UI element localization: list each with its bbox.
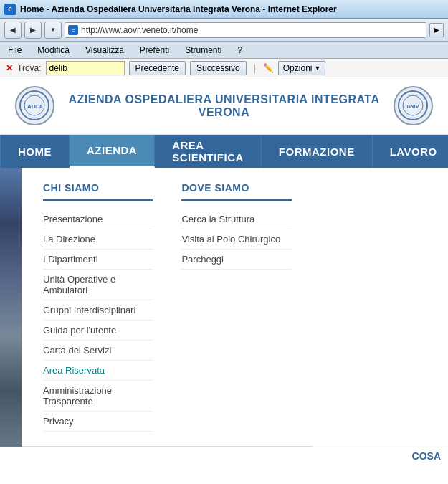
find-pencil-icon: ✏️ [263,63,274,73]
menu-help[interactable]: ? [236,44,245,56]
nav-bar: e http://www.aovr.veneto.it/home ▶ [0,19,448,42]
header-title: AZIENDA OSPEDALIERA UNIVERSITARIA INTEGR… [69,93,380,119]
find-input[interactable] [46,61,125,75]
svg-text:UNIV: UNIV [407,104,419,109]
find-separator: | [254,63,256,73]
cosa-bar: COSA [0,447,448,465]
logo-left: AOUI [15,86,54,125]
find-precedente-button[interactable]: Precedente [129,61,186,75]
site-wrapper: AOUI AZIENDA OSPEDALIERA UNIVERSITARIA I… [0,77,448,465]
link-guida-utente[interactable]: Guida per l'utente [43,321,153,341]
cosa-label: COSA [412,450,441,462]
page-body: CHI SIAMO Presentazione La Direzione I D… [0,168,448,447]
find-successivo-button[interactable]: Successivo [190,61,247,75]
menu-visualizza[interactable]: Visualizza [83,44,126,56]
dropdown-col-chi-siamo: CHI SIAMO Presentazione La Direzione I D… [43,182,153,432]
dropdown-area: CHI SIAMO Presentazione La Direzione I D… [22,168,313,447]
left-image-strip [0,168,22,447]
menu-preferiti[interactable]: Preferiti [138,44,171,56]
find-bar: ✕ Trova: Precedente Successivo | ✏️ Opzi… [0,59,448,77]
find-options-chevron: ▼ [314,65,320,72]
nav-tab-lavoro[interactable]: LAVORO [373,135,448,168]
nav-tab-area-scientifica[interactable]: AREA SCIENTIFICA [155,135,262,168]
find-options-button[interactable]: Opzioni ▼ [278,61,326,75]
logo-right: UNIV [394,86,433,125]
address-text: http://www.aovr.veneto.it/home [81,25,198,35]
find-options-label: Opzioni [283,63,313,73]
nav-tab-home[interactable]: HOME [0,135,70,168]
title-bar: e Home - Azienda Ospedaliera Universitar… [0,0,448,19]
menu-strumenti[interactable]: Strumenti [183,44,224,56]
forward-button[interactable] [24,22,42,39]
link-carta-servizi[interactable]: Carta dei Servizi [43,341,153,361]
link-i-dipartimenti[interactable]: I Dipartimenti [43,250,153,270]
address-icon: e [68,25,78,35]
menu-file[interactable]: File [6,44,24,56]
svg-text:AOUI: AOUI [27,103,42,110]
browser-icon: e [4,4,16,15]
window-title: Home - Azienda Ospedaliera Universitaria… [20,4,337,14]
col2-title: DOVE SIAMO [181,182,291,201]
link-la-direzione[interactable]: La Direzione [43,229,153,250]
site-header: AOUI AZIENDA OSPEDALIERA UNIVERSITARIA I… [0,77,448,135]
find-close-button[interactable]: ✕ [6,63,13,73]
main-nav: HOME AZIENDA AREA SCIENTIFICA FORMAZIONE… [0,135,448,168]
dropdown-col-dove-siamo: DOVE SIAMO Cerca la Struttura Visita al … [181,182,291,432]
col1-title: CHI SIAMO [43,182,153,201]
link-privacy[interactable]: Privacy [43,412,153,432]
link-amministrazione-trasparente[interactable]: Amministrazione Trasparente [43,381,153,412]
nav-tab-azienda[interactable]: AZIENDA [70,135,155,168]
link-presentazione[interactable]: Presentazione [43,209,153,229]
link-area-riservata[interactable]: Area Riservata [43,361,153,381]
find-label: Trova: [17,63,42,73]
menu-bar: File Modifica Visualizza Preferiti Strum… [0,42,448,59]
go-button[interactable]: ▶ [429,23,444,37]
link-unita-operative[interactable]: Unità Operative e Ambulatori [43,270,153,300]
back-button[interactable] [4,22,22,39]
nav-tab-formazione[interactable]: FORMAZIONE [262,135,373,168]
address-bar[interactable]: e http://www.aovr.veneto.it/home [65,22,426,38]
link-gruppi-interdisciplinari[interactable]: Gruppi Interdisciplinari [43,300,153,321]
link-visita-polo[interactable]: Visita al Polo Chirurgico [181,229,291,250]
menu-modifica[interactable]: Modifica [35,44,72,56]
link-cerca-struttura[interactable]: Cerca la Struttura [181,209,291,229]
link-parcheggi[interactable]: Parcheggi [181,250,291,270]
nav-dropdown-button[interactable] [44,22,62,39]
